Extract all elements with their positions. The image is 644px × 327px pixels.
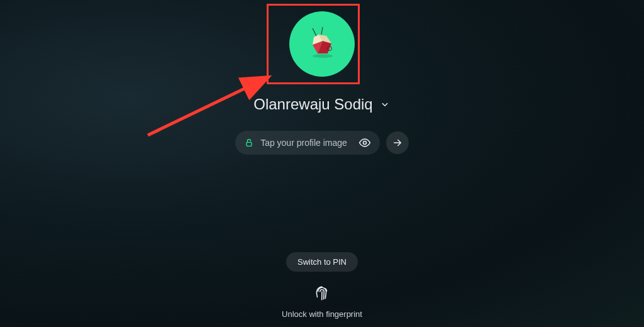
auth-input-placeholder: Tap your profile image <box>260 138 347 148</box>
username-dropdown[interactable]: Olanrewaju Sodiq <box>253 96 390 113</box>
svg-rect-10 <box>247 142 252 146</box>
fingerprint-icon[interactable] <box>314 285 330 302</box>
avatar-image <box>300 22 344 66</box>
chevron-down-icon <box>379 99 391 110</box>
svg-point-11 <box>363 141 366 145</box>
svg-line-6 <box>313 28 316 36</box>
fingerprint-label: Unlock with fingerprint <box>282 309 362 319</box>
lock-screen: Olanrewaju Sodiq Tap your profile image <box>0 0 644 319</box>
lock-open-icon <box>244 137 254 148</box>
auth-input[interactable]: Tap your profile image <box>235 131 380 155</box>
svg-point-9 <box>313 54 333 58</box>
svg-line-7 <box>321 27 323 35</box>
auth-input-row: Tap your profile image <box>235 131 409 155</box>
arrow-right-icon <box>392 137 403 148</box>
username-label: Olanrewaju Sodiq <box>253 96 372 113</box>
submit-button[interactable] <box>386 131 409 154</box>
switch-to-pin-label: Switch to PIN <box>297 257 347 267</box>
eye-icon[interactable] <box>358 136 371 149</box>
avatar[interactable] <box>289 11 355 77</box>
switch-to-pin-button[interactable]: Switch to PIN <box>286 252 358 272</box>
